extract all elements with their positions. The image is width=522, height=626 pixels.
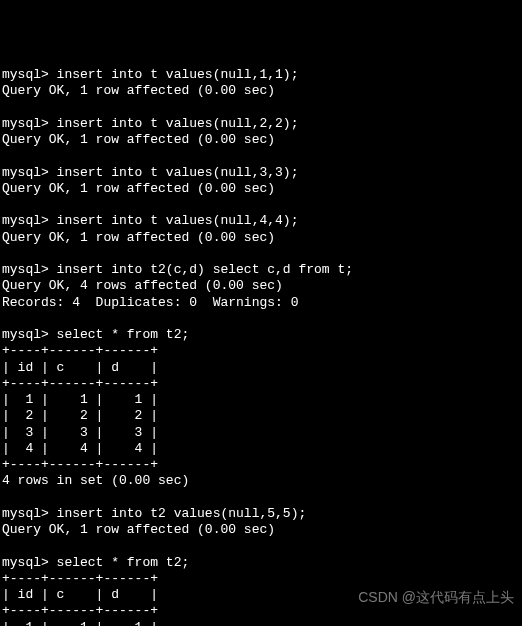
terminal-output: mysql> insert into t values(null,1,1); Q… [2, 67, 520, 626]
watermark-text: CSDN @这代码有点上头 [358, 589, 514, 607]
